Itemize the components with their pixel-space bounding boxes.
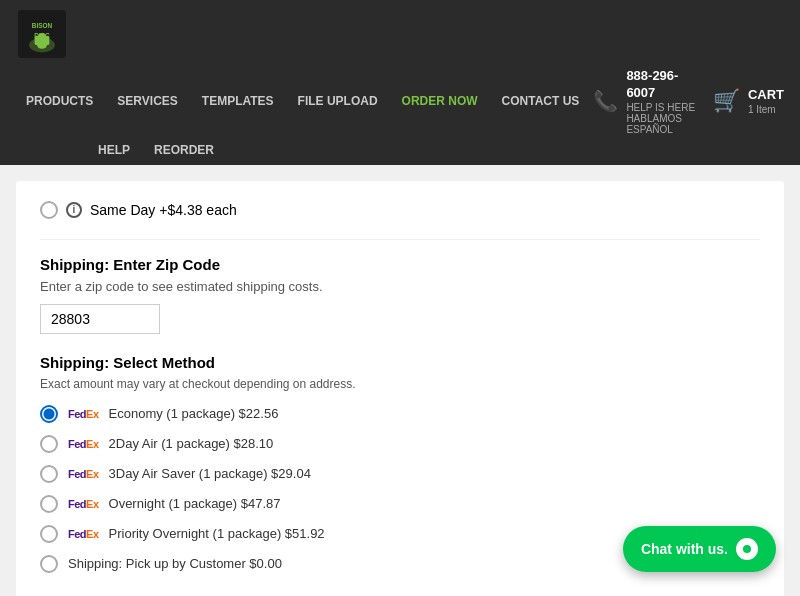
zip-subtitle: Enter a zip code to see estimated shippi… bbox=[40, 279, 760, 294]
info-icon[interactable]: i bbox=[66, 202, 82, 218]
radio-economy[interactable] bbox=[40, 405, 58, 423]
nav-row2: HELP REORDER bbox=[16, 135, 784, 165]
nav-products[interactable]: PRODUCTS bbox=[16, 86, 103, 116]
nav-links-top: PRODUCTS SERVICES TEMPLATES FILE UPLOAD … bbox=[16, 68, 784, 135]
chat-label: Chat with us. bbox=[641, 541, 728, 557]
nav-help[interactable]: HELP bbox=[88, 135, 140, 165]
nav-contact-us[interactable]: CONTACT US bbox=[492, 86, 590, 116]
zip-section: Shipping: Enter Zip Code Enter a zip cod… bbox=[40, 256, 760, 334]
fedex-logo-economy: FedEx bbox=[68, 408, 99, 420]
navbar: BISON DISC PRODUCTS SERVICES TEMPLATES F… bbox=[0, 0, 800, 165]
fedex-logo-priority: FedEx bbox=[68, 528, 99, 540]
3day-label: 3Day Air Saver (1 package) $29.04 bbox=[109, 466, 311, 481]
svg-rect-7 bbox=[46, 36, 50, 45]
phone-number: 888-296-6007 bbox=[626, 68, 697, 102]
svg-rect-6 bbox=[35, 36, 39, 45]
radio-2day[interactable] bbox=[40, 435, 58, 453]
zip-title: Shipping: Enter Zip Code bbox=[40, 256, 760, 273]
radio-3day[interactable] bbox=[40, 465, 58, 483]
nav-file-upload[interactable]: FILE UPLOAD bbox=[288, 86, 388, 116]
2day-label: 2Day Air (1 package) $28.10 bbox=[109, 436, 274, 451]
economy-label: Economy (1 package) $22.56 bbox=[109, 406, 279, 421]
svg-text:BISON: BISON bbox=[32, 22, 53, 29]
fedex-logo-2day: FedEx bbox=[68, 438, 99, 450]
overnight-label: Overnight (1 package) $47.87 bbox=[109, 496, 281, 511]
priority-label: Priority Overnight (1 package) $51.92 bbox=[109, 526, 325, 541]
cart-icon: 🛒 bbox=[713, 88, 740, 114]
nav-right: 📞 888-296-6007 HELP IS HERE HABLAMOS ESP… bbox=[593, 68, 784, 135]
radio-overnight[interactable] bbox=[40, 495, 58, 513]
same-day-label: Same Day +$4.38 each bbox=[90, 202, 237, 218]
zip-input[interactable] bbox=[40, 304, 160, 334]
phone-icon: 📞 bbox=[593, 89, 618, 113]
cart-items: 1 Item bbox=[748, 104, 784, 115]
radio-priority[interactable] bbox=[40, 525, 58, 543]
shipping-option-overnight[interactable]: FedEx Overnight (1 package) $47.87 bbox=[40, 495, 760, 513]
pickup-label: Shipping: Pick up by Customer $0.00 bbox=[68, 556, 282, 571]
cart-section[interactable]: 🛒 CART 1 Item bbox=[713, 87, 784, 115]
svg-point-5 bbox=[37, 33, 46, 42]
shipping-option-2day[interactable]: FedEx 2Day Air (1 package) $28.10 bbox=[40, 435, 760, 453]
help-text: HELP IS HERE bbox=[626, 102, 697, 113]
divider-1 bbox=[40, 239, 760, 240]
same-day-radio[interactable] bbox=[40, 201, 58, 219]
chat-bubble-icon bbox=[736, 538, 758, 560]
shipping-title: Shipping: Select Method bbox=[40, 354, 760, 371]
shipping-option-economy[interactable]: FedEx Economy (1 package) $22.56 bbox=[40, 405, 760, 423]
nav-reorder[interactable]: REORDER bbox=[144, 135, 224, 165]
logo[interactable]: BISON DISC bbox=[16, 0, 68, 68]
nav-services[interactable]: SERVICES bbox=[107, 86, 187, 116]
spanish-text: HABLAMOS ESPAÑOL bbox=[626, 113, 697, 135]
chat-dot bbox=[743, 545, 751, 553]
radio-pickup[interactable] bbox=[40, 555, 58, 573]
same-day-row: i Same Day +$4.38 each bbox=[40, 201, 760, 219]
fedex-logo-3day: FedEx bbox=[68, 468, 99, 480]
nav-order-now[interactable]: ORDER NOW bbox=[392, 86, 488, 116]
fedex-logo-overnight: FedEx bbox=[68, 498, 99, 510]
chat-button[interactable]: Chat with us. bbox=[623, 526, 776, 572]
shipping-option-3day[interactable]: FedEx 3Day Air Saver (1 package) $29.04 bbox=[40, 465, 760, 483]
phone-section: 📞 888-296-6007 HELP IS HERE HABLAMOS ESP… bbox=[593, 68, 697, 135]
nav-templates[interactable]: TEMPLATES bbox=[192, 86, 284, 116]
cart-label: CART bbox=[748, 87, 784, 104]
shipping-note: Exact amount may vary at checkout depend… bbox=[40, 377, 760, 391]
